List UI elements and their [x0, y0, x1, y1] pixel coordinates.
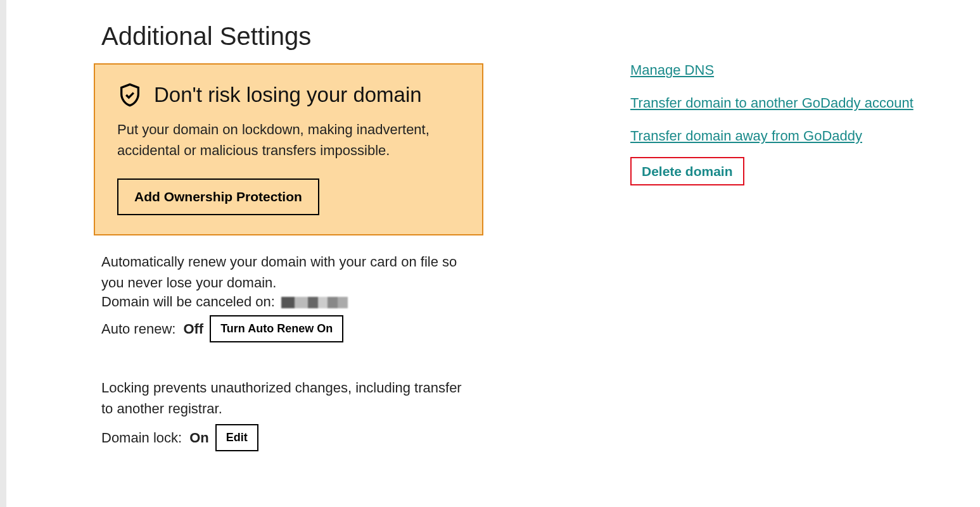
transfer-to-another-godaddy-link[interactable]: Transfer domain to another GoDaddy accou…	[630, 96, 913, 110]
auto-renew-description: Automatically renew your domain with you…	[101, 251, 469, 293]
ownership-warning-title: Don't risk losing your domain	[154, 83, 422, 107]
transfer-away-from-godaddy-link[interactable]: Transfer domain away from GoDaddy	[630, 129, 862, 143]
domain-lock-edit-button[interactable]: Edit	[215, 424, 258, 451]
domain-lock-label: Domain lock:	[101, 430, 182, 446]
auto-renew-section: Automatically renew your domain with you…	[101, 251, 469, 342]
domain-lock-status: On	[189, 430, 209, 446]
delete-domain-highlight-box: Delete domain	[630, 157, 744, 185]
auto-renew-label: Auto renew:	[101, 321, 175, 337]
delete-domain-button[interactable]: Delete domain	[642, 164, 733, 178]
shield-check-icon	[117, 82, 143, 108]
domain-lock-section: Locking prevents unauthorized changes, i…	[101, 377, 469, 451]
manage-dns-link[interactable]: Manage DNS	[630, 63, 714, 77]
auto-renew-status: Off	[183, 321, 203, 337]
cancel-date-line: Domain will be canceled on:	[101, 294, 469, 310]
add-ownership-protection-button[interactable]: Add Ownership Protection	[117, 178, 319, 215]
ownership-protection-card: Don't risk losing your domain Put your d…	[94, 63, 483, 235]
turn-auto-renew-on-button[interactable]: Turn Auto Renew On	[210, 315, 343, 342]
page-title: Additional Settings	[101, 22, 557, 51]
ownership-warning-text: Put your domain on lockdown, making inad…	[117, 119, 460, 161]
cancel-date-redacted	[281, 297, 348, 308]
domain-lock-description: Locking prevents unauthorized changes, i…	[101, 377, 469, 419]
